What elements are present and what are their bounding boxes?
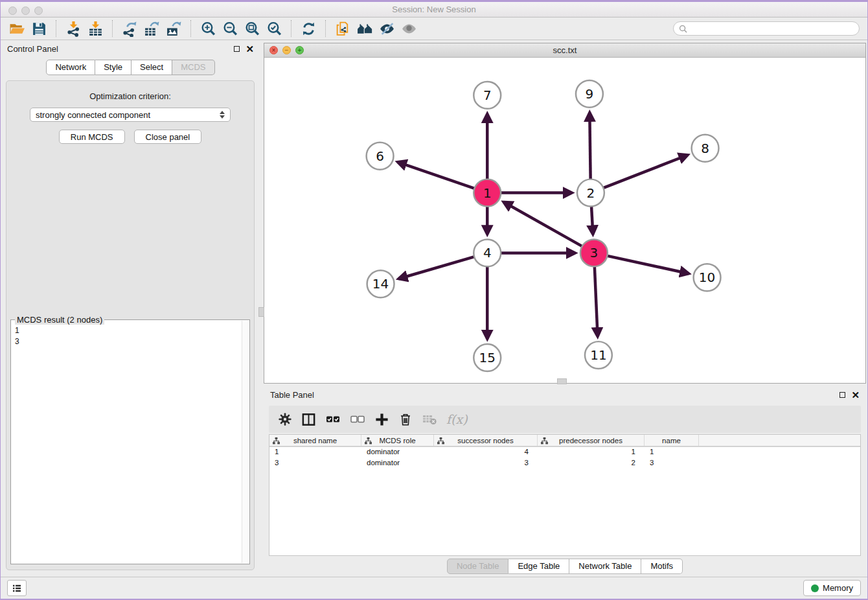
import-table-icon[interactable] — [84, 19, 106, 38]
search-input[interactable] — [691, 24, 854, 33]
zoom-in-icon[interactable] — [197, 19, 219, 38]
graph-node-label-15: 15 — [479, 350, 496, 365]
tab-motifs[interactable]: Motifs — [641, 559, 683, 574]
graph-node-label-14: 14 — [372, 276, 389, 292]
fit-content-icon[interactable] — [241, 19, 263, 38]
open-session-icon[interactable] — [6, 19, 28, 38]
mcds-result-line: 3 — [15, 336, 246, 347]
run-mcds-button[interactable]: Run MCDS — [59, 130, 125, 144]
toolbar-separator — [325, 20, 326, 37]
cell-successor-nodes[interactable]: 4 — [434, 447, 538, 458]
tab-mcds[interactable]: MCDS — [172, 60, 214, 75]
control-panel-header: Control Panel ✕ — [1, 40, 260, 57]
fx-label: f(x) — [446, 412, 468, 426]
hide-graphics-detail-icon[interactable] — [376, 19, 398, 38]
graph-node-label-11: 11 — [590, 347, 606, 363]
cell-name[interactable]: 3 — [645, 458, 699, 469]
cell-successor-nodes[interactable]: 3 — [434, 458, 538, 469]
tab-style[interactable]: Style — [95, 60, 131, 75]
graph-node-label-8: 8 — [701, 141, 709, 156]
optimization-criterion-select[interactable]: strongly connected component — [30, 108, 231, 122]
tab-select[interactable]: Select — [131, 60, 172, 75]
control-panel-title: Control Panel — [7, 44, 58, 54]
float-panel-icon[interactable] — [839, 392, 845, 398]
tree-icon — [273, 437, 280, 444]
tree-icon — [437, 437, 444, 444]
column-header-predecessor-nodes[interactable]: predecessor nodes — [538, 435, 645, 446]
column-settings-icon[interactable] — [278, 411, 292, 428]
export-table-icon[interactable] — [141, 19, 163, 38]
select-all-checkboxes-icon[interactable] — [325, 411, 341, 428]
show-log-button[interactable] — [7, 580, 27, 596]
duplicate-network-icon[interactable] — [332, 19, 354, 38]
cell-name[interactable]: 1 — [645, 447, 699, 458]
toolbar-separator — [291, 20, 291, 37]
tab-network[interactable]: Network — [46, 60, 95, 75]
close-panel-icon[interactable]: ✕ — [246, 44, 254, 54]
selected-option: strongly connected component — [36, 110, 150, 120]
column-header-mcds-role[interactable]: MCDS role — [361, 435, 434, 446]
memory-status-icon — [811, 584, 819, 592]
table-row[interactable]: 3 dominator 3 2 3 — [269, 458, 860, 469]
graph-edge-3-1[interactable] — [503, 202, 593, 253]
column-header-name[interactable]: name — [645, 435, 699, 446]
save-session-icon[interactable] — [28, 19, 50, 38]
add-row-icon[interactable] — [374, 411, 389, 428]
import-network-icon[interactable] — [62, 19, 84, 38]
table-toolbar: f(x) — [269, 406, 861, 433]
memory-button[interactable]: Memory — [803, 580, 861, 596]
function-builder-icon[interactable]: f(x) — [446, 411, 468, 428]
show-columns-icon[interactable] — [301, 411, 316, 428]
memory-label: Memory — [823, 583, 853, 593]
graph-node-label-10: 10 — [699, 270, 715, 285]
close-panel-icon[interactable]: ✕ — [851, 390, 860, 400]
tab-node-table[interactable]: Node Table — [447, 559, 509, 574]
export-network-icon[interactable] — [119, 19, 141, 38]
cell-mcds-role[interactable]: dominator — [361, 447, 434, 458]
dropdown-stepper-icon — [220, 111, 225, 119]
network-window-titlebar: × − + scc.txt — [264, 43, 865, 58]
float-panel-icon[interactable] — [234, 46, 240, 52]
graph-edge-3-10[interactable] — [594, 253, 689, 273]
cell-mcds-role[interactable]: dominator — [361, 458, 434, 469]
cell-predecessor-nodes[interactable]: 1 — [538, 447, 645, 458]
tab-network-table[interactable]: Network Table — [569, 559, 641, 574]
home-icon[interactable] — [354, 19, 376, 38]
cell-shared-name[interactable]: 3 — [269, 458, 361, 469]
cell-shared-name[interactable]: 1 — [269, 447, 361, 458]
tree-icon — [541, 437, 548, 444]
delete-row-icon[interactable] — [398, 411, 413, 428]
graph-node-label-6: 6 — [376, 148, 384, 164]
search-field[interactable] — [673, 21, 860, 36]
network-canvas[interactable]: 1234678910111415 — [264, 58, 865, 383]
graph-node-label-4: 4 — [483, 245, 492, 260]
zoom-out-icon[interactable] — [219, 19, 241, 38]
mcds-result-box: MCDS result (2 nodes) 1 3 — [10, 319, 250, 564]
delete-table-icon[interactable] — [422, 411, 437, 428]
refresh-view-icon[interactable] — [297, 19, 319, 38]
zoom-selected-icon[interactable] — [263, 19, 285, 38]
table-panel: Table Panel ✕ — [264, 386, 866, 577]
export-image-icon[interactable] — [163, 19, 185, 38]
graph-node-label-2: 2 — [587, 185, 595, 201]
network-view-window: × − + scc.txt 1234678910111415 — [264, 43, 866, 384]
show-graphics-detail-icon[interactable] — [398, 19, 420, 38]
toolbar-separator — [190, 20, 191, 37]
vertical-splitter-handle[interactable] — [258, 307, 264, 317]
optimization-criterion-label: Optimization criterion: — [6, 91, 254, 101]
clear-all-checkboxes-icon[interactable] — [350, 411, 365, 428]
horizontal-splitter-handle[interactable] — [557, 378, 567, 384]
mcds-result-line: 1 — [15, 325, 246, 336]
result-scrollbar[interactable] — [242, 321, 249, 563]
close-panel-button[interactable]: Close panel — [134, 130, 202, 144]
graph-node-label-1: 1 — [483, 185, 492, 201]
table-row[interactable]: 1 dominator 4 1 1 — [269, 447, 860, 458]
status-bar: Memory — [1, 577, 867, 599]
column-header-shared-name[interactable]: shared name — [269, 435, 361, 446]
column-header-successor-nodes[interactable]: successor nodes — [434, 435, 538, 446]
mcds-tab-content: Optimization criterion: strongly connect… — [6, 80, 255, 570]
window-titlebar: Session: New Session — [1, 0, 867, 17]
graph-edge-2-8[interactable] — [591, 155, 688, 192]
cell-predecessor-nodes[interactable]: 2 — [538, 458, 645, 469]
tab-edge-table[interactable]: Edge Table — [508, 559, 569, 574]
